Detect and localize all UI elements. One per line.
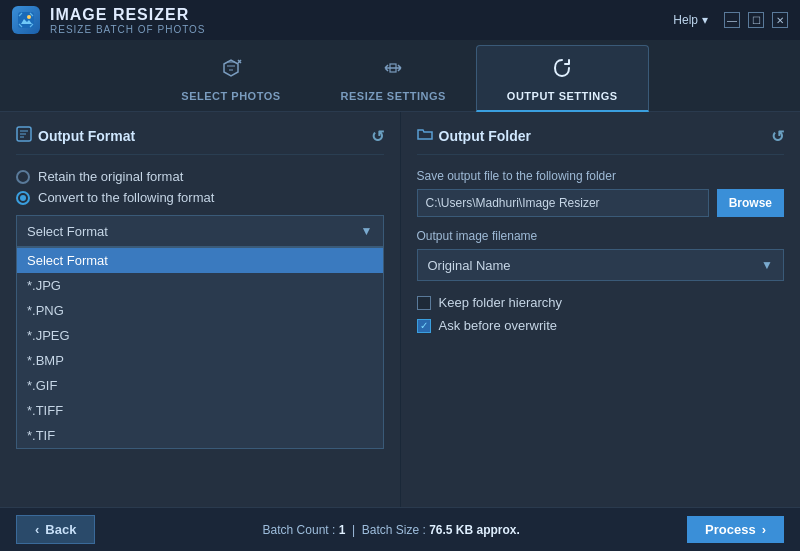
output-folder-header: Output Folder ↺ (417, 126, 785, 155)
step-output-settings-label: OUTPUT SETTINGS (507, 90, 618, 102)
main-content: Output Format ↺ Retain the original form… (0, 112, 800, 507)
radio-convert[interactable]: Convert to the following format (16, 190, 384, 205)
steps-bar: SELECT PHOTOS RESIZE SETTINGS OUTPUT SET… (0, 40, 800, 112)
output-folder-title: Output Folder (439, 128, 532, 144)
radio-convert-label: Convert to the following format (38, 190, 214, 205)
checkbox-overwrite-item[interactable]: ✓ Ask before overwrite (417, 318, 785, 333)
chevron-down-icon: ▾ (702, 13, 708, 27)
step-output-settings[interactable]: OUTPUT SETTINGS (476, 45, 649, 112)
checkbox-overwrite-label: Ask before overwrite (439, 318, 558, 333)
format-option-jpeg[interactable]: *.JPEG (17, 323, 383, 348)
filename-label: Output image filename (417, 229, 785, 243)
svg-point-1 (27, 15, 31, 19)
app-title: IMAGE RESIZER (50, 6, 206, 24)
chevron-down-icon: ▼ (361, 224, 373, 238)
output-folder-panel: Output Folder ↺ Save output file to the … (401, 112, 801, 507)
step-select-photos[interactable]: SELECT PHOTOS (151, 46, 310, 112)
folder-path-input[interactable] (417, 189, 709, 217)
output-format-title: Output Format (38, 128, 135, 144)
format-dropdown-list: Select Format *.JPG *.PNG *.JPEG *.BMP *… (16, 247, 384, 449)
format-option-gif[interactable]: *.GIF (17, 373, 383, 398)
checkbox-group: Keep folder hierarchy ✓ Ask before overw… (417, 295, 785, 333)
filename-dropdown[interactable]: Original Name ▼ (417, 249, 785, 281)
chevron-down-icon: ▼ (761, 258, 773, 272)
back-button[interactable]: ‹ Back (16, 515, 95, 544)
output-format-header: Output Format ↺ (16, 126, 384, 155)
refresh-folder-button[interactable]: ↺ (771, 127, 784, 146)
format-option-select[interactable]: Select Format (17, 248, 383, 273)
checkbox-overwrite-box: ✓ (417, 319, 431, 333)
format-option-tif[interactable]: *.TIF (17, 423, 383, 448)
format-option-jpg[interactable]: *.JPG (17, 273, 383, 298)
bottom-bar: ‹ Back Batch Count : 1 | Batch Size : 76… (0, 507, 800, 551)
format-dropdown[interactable]: Select Format ▼ (16, 215, 384, 247)
help-button[interactable]: Help ▾ (673, 13, 708, 27)
step-resize-settings-label: RESIZE SETTINGS (341, 90, 446, 102)
radio-retain-circle (16, 170, 30, 184)
checkbox-hierarchy-item[interactable]: Keep folder hierarchy (417, 295, 785, 310)
folder-path-row: Browse (417, 189, 785, 217)
format-option-bmp[interactable]: *.BMP (17, 348, 383, 373)
format-option-tiff[interactable]: *.TIFF (17, 398, 383, 423)
filename-dropdown-container: Original Name ▼ (417, 249, 785, 281)
app-title-block: IMAGE RESIZER RESIZE BATCH OF PHOTOS (50, 6, 206, 35)
select-photos-icon (219, 56, 243, 86)
radio-retain[interactable]: Retain the original format (16, 169, 384, 184)
checkbox-hierarchy-label: Keep folder hierarchy (439, 295, 563, 310)
format-option-png[interactable]: *.PNG (17, 298, 383, 323)
radio-retain-label: Retain the original format (38, 169, 183, 184)
titlebar-left: IMAGE RESIZER RESIZE BATCH OF PHOTOS (12, 6, 206, 35)
output-folder-icon (417, 126, 433, 146)
process-button[interactable]: Process › (687, 516, 784, 543)
titlebar: IMAGE RESIZER RESIZE BATCH OF PHOTOS Hel… (0, 0, 800, 40)
process-arrow-icon: › (762, 522, 766, 537)
radio-convert-circle (16, 191, 30, 205)
close-button[interactable]: ✕ (772, 12, 788, 28)
step-select-photos-label: SELECT PHOTOS (181, 90, 280, 102)
browse-button[interactable]: Browse (717, 189, 784, 217)
window-controls: — ☐ ✕ (724, 12, 788, 28)
output-settings-icon (550, 56, 574, 86)
checkbox-hierarchy-box (417, 296, 431, 310)
maximize-button[interactable]: ☐ (748, 12, 764, 28)
folder-path-label: Save output file to the following folder (417, 169, 785, 183)
titlebar-right: Help ▾ — ☐ ✕ (673, 12, 788, 28)
back-arrow-icon: ‹ (35, 522, 39, 537)
resize-settings-icon (381, 56, 405, 86)
format-dropdown-value: Select Format (27, 224, 361, 239)
app-subtitle: RESIZE BATCH OF PHOTOS (50, 24, 206, 35)
filename-dropdown-value: Original Name (428, 258, 762, 273)
refresh-format-button[interactable]: ↺ (371, 127, 384, 146)
format-dropdown-container: Select Format ▼ Select Format *.JPG *.PN… (16, 215, 384, 449)
step-resize-settings[interactable]: RESIZE SETTINGS (311, 46, 476, 112)
app-icon (12, 6, 40, 34)
output-format-icon (16, 126, 32, 146)
batch-info: Batch Count : 1 | Batch Size : 76.5 KB a… (263, 523, 520, 537)
minimize-button[interactable]: — (724, 12, 740, 28)
output-format-panel: Output Format ↺ Retain the original form… (0, 112, 401, 507)
format-radio-group: Retain the original format Convert to th… (16, 169, 384, 205)
